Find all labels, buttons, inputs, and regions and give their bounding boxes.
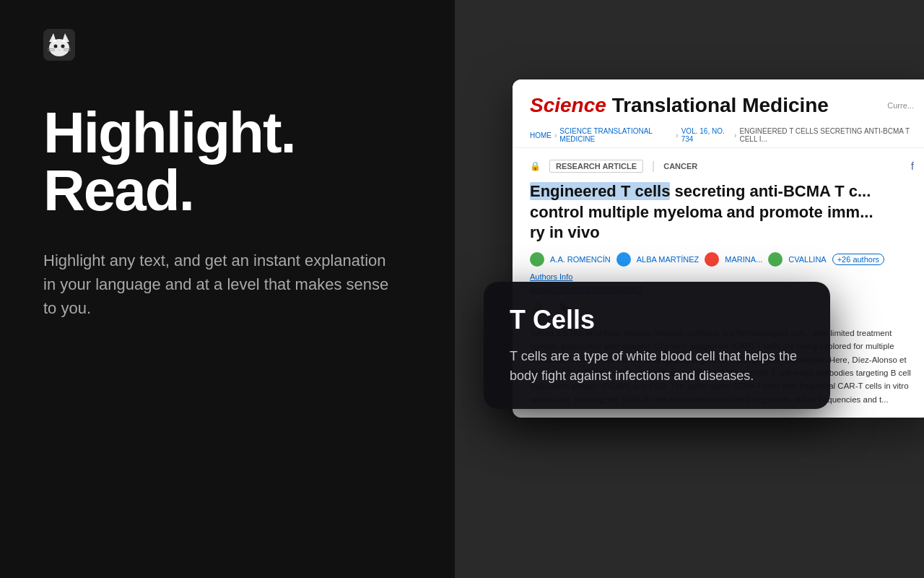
journal-title: Science Translational Medicine — [530, 94, 829, 117]
article-tags: 🔒 RESEARCH ARTICLE | CANCER f — [530, 160, 914, 173]
author-name-1[interactable]: A.A. ROMENCÍN — [550, 255, 611, 264]
svg-point-4 — [54, 45, 58, 48]
logo-area — [43, 29, 411, 61]
hero-title-line2: Read. — [43, 162, 411, 220]
author-name-4[interactable]: CVALLINA — [788, 255, 826, 264]
article-title: Engineered T cells secreting anti-BCMA T… — [530, 181, 914, 243]
authors-row: A.A. ROMENCÍN ALBA MARTÍNEZ MARINA... CV… — [530, 252, 914, 281]
right-panel: Science Translational Medicine Curre... … — [455, 0, 924, 578]
popup-card: T Cells T cells are a type of white bloo… — [484, 282, 830, 409]
svg-point-3 — [49, 39, 69, 56]
facebook-icon: f — [911, 160, 914, 172]
breadcrumb: HOME › SCIENCE TRANSLATIONAL MEDICINE › … — [513, 123, 924, 148]
journal-rest: Translational Medicine — [606, 94, 829, 116]
more-authors-button[interactable]: +26 authors — [832, 254, 884, 265]
tag-separator: | — [652, 160, 655, 173]
author-name-2[interactable]: ALBA MARTÍNEZ — [637, 255, 699, 264]
journal-title-row: Science Translational Medicine Curre... — [530, 94, 914, 117]
author-avatar-1 — [530, 252, 544, 267]
tag-research: RESEARCH ARTICLE — [549, 160, 643, 173]
author-avatar-4 — [768, 252, 783, 267]
breadcrumb-home[interactable]: HOME — [530, 131, 552, 139]
breadcrumb-article: ENGINEERED T CELLS SECRETING ANTI-BCMA T… — [739, 127, 914, 143]
author-name-3[interactable]: MARINA... — [725, 255, 762, 264]
hero-title-line1: Highlight. — [43, 104, 411, 162]
lock-icon: 🔒 — [530, 161, 541, 171]
popup-definition: T cells are a type of white blood cell t… — [510, 347, 804, 386]
app-logo-icon — [43, 29, 75, 61]
author-avatar-3 — [705, 252, 719, 267]
author-avatar-2 — [616, 252, 631, 267]
authors-info-link[interactable]: Authors Info — [530, 272, 572, 281]
journal-science: Science — [530, 94, 606, 116]
breadcrumb-journal[interactable]: SCIENCE TRANSLATIONAL MEDICINE — [559, 127, 673, 143]
hero-title: Highlight. Read. — [43, 104, 411, 220]
journal-extra: Curre... — [887, 101, 914, 110]
tag-cancer: CANCER — [663, 162, 697, 171]
svg-point-5 — [61, 45, 65, 48]
popup-term: T Cells — [510, 305, 804, 335]
hero-subtitle: Highlight any text, and get an instant e… — [43, 249, 390, 320]
breadcrumb-sep3: › — [734, 131, 736, 139]
breadcrumb-sep1: › — [554, 131, 557, 139]
breadcrumb-vol[interactable]: VOL. 16, NO. 734 — [681, 127, 731, 143]
highlighted-text: Engineered T cells — [530, 182, 670, 200]
left-panel: Highlight. Read. Highlight any text, and… — [0, 0, 455, 578]
article-header: Science Translational Medicine Curre... — [513, 79, 924, 117]
breadcrumb-sep2: › — [676, 131, 678, 139]
